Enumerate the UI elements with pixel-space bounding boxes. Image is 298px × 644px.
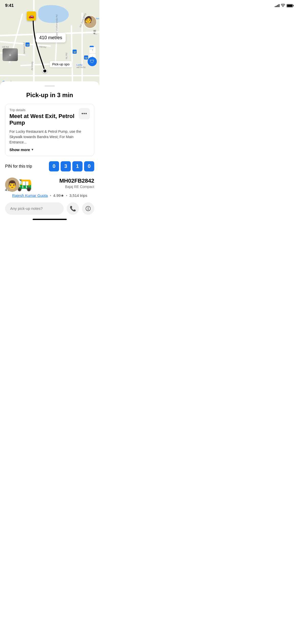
vehicle-map-icon: 🚗 [27, 11, 36, 21]
distance-bubble: 410 metres [36, 33, 66, 42]
status-bar: 9:41 [0, 0, 99, 11]
home-indicator [33, 219, 67, 220]
pin-digit-3: 1 [72, 161, 83, 171]
vehicle-model: Bajaj RE Compact [59, 185, 94, 189]
trip-description: For Lucky Restaurant & Petrol Pump, use … [9, 129, 90, 145]
pin-label: PIN for this trip [5, 164, 32, 169]
driver-avatar: 👨 [5, 178, 19, 192]
status-time: 9:41 [5, 3, 14, 8]
pin-digits: 0 3 1 0 [49, 161, 94, 171]
road-label: NL Rd [65, 53, 68, 59]
pickup-time: Pick-up in 3 min [5, 92, 94, 99]
bus-stop-icon [73, 50, 77, 54]
more-options-button[interactable]: ••• [79, 108, 90, 119]
trip-title: Meet at West Exit, Petrol Pump [9, 113, 90, 126]
lucky-label: Luckyलकी रेस्टॉरंट [76, 64, 86, 69]
trip-label: Trip details [9, 108, 90, 112]
driver-section: 👨 4.99 ★ 🛺 MH02FB2842 Bajaj RE Compact [5, 178, 94, 192]
bottom-sheet: Pick-up in 3 min Trip details Meet at We… [0, 81, 99, 226]
show-more-button[interactable]: Show more ▾ [9, 148, 90, 152]
road-label: Swami Vivekananda Rd [56, 14, 58, 39]
driver-rating-inline: 4.99★ [53, 193, 64, 198]
bus-stop-icon [84, 55, 88, 60]
user-avatar[interactable]: 🧑 [84, 15, 97, 28]
driver-trips: 3,514 trips [69, 193, 87, 198]
pin-digit-1: 0 [49, 161, 59, 171]
avatar-name: azबा... [93, 29, 97, 35]
chevron-down-icon: ▾ [32, 148, 33, 151]
map-view[interactable]: 🚗 410 metres Jarimari Rd Swami Vivekanan… [0, 0, 99, 86]
pickup-notes-input[interactable] [5, 202, 64, 215]
road-label: JM Marg [31, 62, 33, 70]
options-button[interactable] [82, 202, 94, 215]
drag-handle[interactable] [45, 85, 55, 86]
shield-icon[interactable]: 🛡 [88, 57, 97, 66]
action-bar: 📞 [5, 202, 94, 215]
driver-left: 👨 4.99 ★ 🛺 [5, 178, 32, 192]
pin-section: PIN for this trip 0 3 1 0 [5, 161, 94, 171]
call-button[interactable]: 📞 [67, 202, 79, 215]
driver-name-row: Rajesh Kumar Gupta • 4.99★ • 3,514 trips [5, 193, 94, 198]
vehicle-plate: MH02FB2842 [59, 178, 94, 184]
pin-digit-4: 0 [84, 161, 94, 171]
pickup-spot-label: Pick-up spo [50, 61, 72, 67]
bus-stop-icon [25, 42, 30, 47]
driver-right: MH02FB2842 Bajaj RE Compact [59, 178, 94, 189]
road-label: Hill Rd [2, 46, 9, 48]
road-label: Jarimari Rd [23, 42, 25, 54]
destination-dot [43, 69, 47, 73]
map-thumbnail[interactable]: 🛣 [3, 48, 18, 61]
pin-digit-2: 3 [61, 161, 71, 171]
trip-card: Trip details Meet at West Exit, Petrol P… [5, 104, 94, 156]
arrow-up[interactable]: ↑ [89, 47, 96, 53]
driver-name-link[interactable]: Rajesh Kumar Gupta [12, 193, 48, 198]
svg-point-1 [88, 207, 89, 208]
